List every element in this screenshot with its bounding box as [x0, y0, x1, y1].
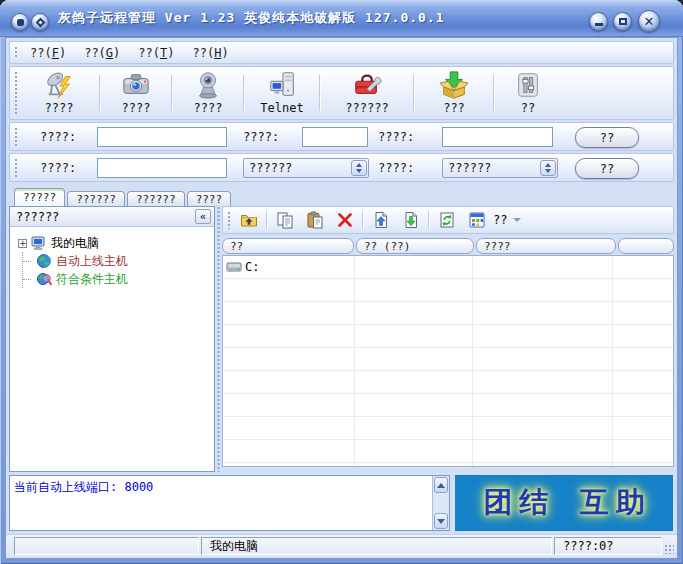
file-cell-extra	[613, 256, 673, 278]
separator	[171, 75, 173, 111]
settings-button[interactable]: ??	[497, 69, 559, 117]
search-host-icon	[36, 271, 52, 287]
status-panel-hosts: ????:0?	[554, 537, 662, 555]
paste-icon	[306, 211, 324, 229]
table-row[interactable]: C:	[223, 256, 673, 279]
stop-square-icon	[17, 19, 24, 26]
column-header-extra[interactable]	[618, 238, 674, 254]
spinner-button[interactable]	[540, 160, 556, 176]
scroll-up-button[interactable]	[434, 477, 448, 493]
file-toolbar: ??	[222, 206, 674, 234]
log-panel[interactable]: 当前自动上线端口: 8000	[9, 475, 450, 531]
toolbar-button-label: ????	[45, 101, 74, 115]
title-bar[interactable]: 灰鸽子远程管理 Ver 1.23 英俊纯本地破解版 127.0.0.1 ✕	[0, 0, 683, 37]
telnet-computer-icon	[267, 70, 297, 100]
panel-splitter[interactable]	[216, 206, 221, 472]
tab-command[interactable]: ??????	[127, 191, 185, 206]
maximize-icon	[619, 18, 627, 25]
toolbar-grip[interactable]	[227, 211, 231, 229]
window-title: 灰鸽子远程管理 Ver 1.23 英俊纯本地破解版 127.0.0.1	[58, 9, 445, 27]
toolbar-grip[interactable]	[14, 71, 18, 115]
menu-file[interactable]: ??(F)	[21, 44, 75, 62]
menu-manage[interactable]: ??(G)	[75, 44, 129, 62]
tree-item-label: 自动上线主机	[56, 253, 128, 270]
domain-input[interactable]	[97, 158, 227, 178]
toolbar-grip[interactable]	[14, 127, 18, 146]
table-row-empty	[223, 394, 673, 417]
config-server-button[interactable]: ??????	[323, 69, 411, 117]
menu-help[interactable]: ??(H)	[183, 44, 237, 62]
spin-up-icon	[356, 163, 362, 167]
install-button[interactable]: ???	[417, 69, 491, 117]
maximize-button[interactable]	[613, 12, 632, 31]
file-list-body: C:	[222, 255, 674, 467]
tab-file-manage[interactable]: ?????	[14, 188, 65, 206]
column-header-size[interactable]: ?? (??)	[356, 238, 474, 254]
download-button[interactable]	[396, 208, 426, 232]
tree-item-auto-online-hosts[interactable]: 自动上线主机	[23, 252, 212, 270]
telnet-button[interactable]: Telnet	[247, 69, 317, 117]
host-type-combo[interactable]: ??????	[243, 158, 369, 178]
copy-button[interactable]	[270, 208, 300, 232]
spin-up-icon	[545, 163, 551, 167]
toolbar-grip[interactable]	[14, 46, 18, 59]
close-icon: ✕	[644, 15, 655, 28]
upload-button[interactable]	[366, 208, 396, 232]
menu-bar: ??(F) ??(G) ??(T) ??(H)	[9, 41, 674, 64]
screen-capture-button[interactable]: ????	[103, 69, 169, 117]
port-input[interactable]	[302, 127, 368, 147]
client-area: ??(F) ??(G) ??(T) ??(H) ????	[5, 37, 678, 559]
file-list-header: ?? ?? (??) ????	[222, 238, 674, 255]
paste-button[interactable]	[300, 208, 330, 232]
toolbar-button-label: ????	[122, 101, 151, 115]
host-tree: + 我的电脑	[10, 227, 214, 288]
toolbar-button-label: ????	[194, 101, 223, 115]
status-panel-location: 我的电脑	[201, 537, 552, 555]
combo-value: ??????	[249, 161, 292, 175]
connect-button[interactable]: ??	[575, 127, 639, 148]
tab-strip: ????? ?????? ?????? ????	[14, 188, 233, 206]
expand-plus-icon[interactable]: +	[18, 239, 27, 248]
drive-icon	[226, 261, 242, 274]
scroll-down-button[interactable]	[434, 513, 448, 529]
toolbar-grip[interactable]	[14, 158, 18, 177]
collapse-panel-button[interactable]: «	[195, 209, 211, 224]
field-label: ????:	[243, 130, 279, 144]
tab-remote-control[interactable]: ??????	[67, 191, 125, 206]
toolbar-button-label: ??????	[345, 101, 388, 115]
navigate-button[interactable]	[31, 13, 49, 31]
dropdown-caret-icon[interactable]	[513, 218, 521, 222]
main-toolbar: ???? ????	[9, 66, 674, 120]
auto-online-button[interactable]: ????	[21, 69, 97, 117]
refresh-button[interactable]	[432, 208, 462, 232]
system-menu-button[interactable]	[11, 13, 29, 31]
tree-children: 自动上线主机 符合条件主机	[22, 252, 212, 288]
column-header-name[interactable]: ??	[222, 238, 354, 254]
password-input[interactable]	[442, 127, 553, 147]
resize-grip[interactable]	[664, 544, 674, 554]
file-cell-name: C:	[223, 256, 355, 278]
status-bar: 我的电脑 ????:0?	[6, 534, 677, 557]
view-mode-button[interactable]	[462, 208, 492, 232]
close-button[interactable]: ✕	[638, 10, 660, 32]
line-type-combo[interactable]: ??????	[442, 158, 558, 178]
delete-button[interactable]	[330, 208, 360, 232]
tab-other[interactable]: ????	[187, 191, 232, 206]
apply-button[interactable]: ??	[575, 158, 639, 179]
field-label: ????:	[378, 130, 414, 144]
tree-item-my-computer[interactable]: + 我的电脑	[18, 234, 212, 252]
minimize-button[interactable]	[589, 12, 608, 31]
separator	[362, 211, 364, 229]
column-header-type[interactable]: ????	[476, 238, 616, 254]
file-cell-size	[355, 256, 473, 278]
menu-tools[interactable]: ??(T)	[129, 44, 183, 62]
app-window: 灰鸽子远程管理 Ver 1.23 英俊纯本地破解版 127.0.0.1 ✕ ??…	[0, 0, 683, 564]
tree-item-qualified-hosts[interactable]: 符合条件主机	[23, 270, 212, 288]
webcam-button[interactable]: ????	[175, 69, 241, 117]
separator	[428, 211, 430, 229]
ip-input[interactable]	[97, 127, 227, 147]
folder-up-button[interactable]	[234, 208, 264, 232]
log-scrollbar[interactable]	[432, 476, 449, 530]
spinner-button[interactable]	[351, 160, 367, 176]
refresh-icon	[438, 211, 456, 229]
